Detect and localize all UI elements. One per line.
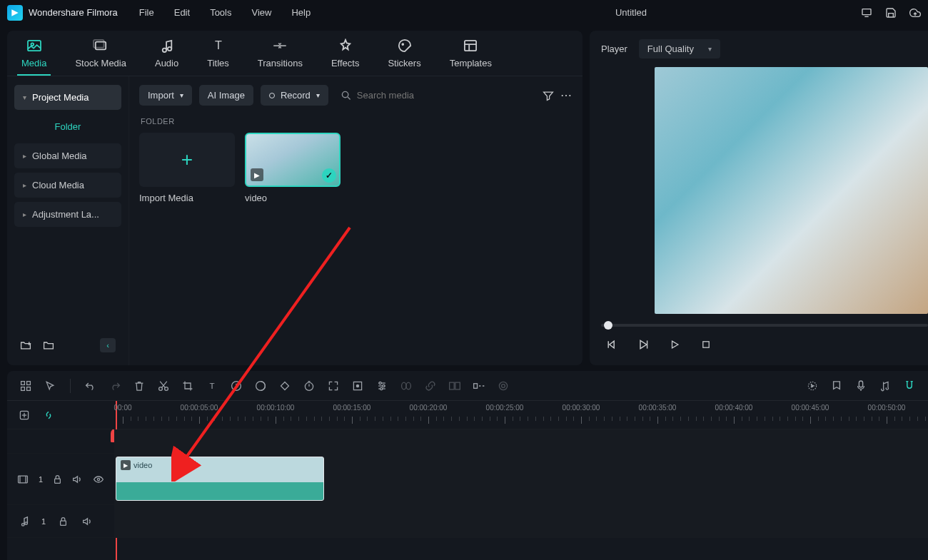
plus-icon: + [181, 148, 193, 171]
magnet-icon[interactable] [41, 408, 56, 422]
lock-icon[interactable] [53, 472, 62, 487]
menu-file[interactable]: File [139, 7, 154, 18]
color-icon[interactable] [253, 379, 268, 393]
stop-button[interactable] [700, 338, 712, 351]
tab-label: Stock Media [75, 58, 126, 68]
group-icon[interactable] [448, 379, 462, 393]
mixer-icon[interactable] [878, 379, 892, 393]
play-pause-button[interactable] [637, 338, 650, 351]
tab-stock-media[interactable]: Stock Media [75, 38, 126, 76]
record-button[interactable]: Record ▾ [261, 85, 328, 106]
sidebar-item-global-media[interactable]: ▸ Global Media [14, 143, 121, 168]
filter-icon[interactable] [543, 90, 554, 101]
timer-icon[interactable] [302, 379, 316, 393]
render-icon[interactable] [805, 379, 819, 393]
audio-sync-icon[interactable] [496, 379, 510, 393]
grid-icon[interactable] [19, 379, 33, 393]
timeline-ruler[interactable]: 00:0000:00:05:0000:00:10:0000:00:15:0000… [114, 401, 928, 429]
sidebar-item-cloud-media[interactable]: ▸ Cloud Media [14, 173, 121, 198]
audio-track-content[interactable] [114, 505, 928, 537]
add-track-icon[interactable] [17, 408, 31, 422]
marker-add-icon[interactable] [829, 379, 844, 393]
sidebar-item-adjustment-layer[interactable]: ▸ Adjustment La... [14, 202, 121, 227]
ruler-tick-label: 00:00:45:00 [792, 404, 829, 412]
menu-edit[interactable]: Edit [174, 7, 190, 18]
cloud-icon[interactable] [909, 7, 921, 19]
effects-icon [338, 38, 353, 54]
mute-icon[interactable] [80, 514, 94, 529]
video-clip[interactable]: ▶ video [116, 457, 324, 501]
redo-icon[interactable] [108, 379, 122, 393]
text-icon[interactable]: T [205, 379, 219, 393]
ruler-tick-label: 00:00:40:00 [715, 404, 753, 412]
tab-transitions[interactable]: Transitions [258, 38, 303, 76]
menu-tools[interactable]: Tools [210, 7, 231, 18]
link-icon[interactable] [423, 379, 438, 393]
tab-effects[interactable]: Effects [331, 38, 360, 76]
cut-icon[interactable] [156, 379, 171, 393]
sidebar-item-project-media[interactable]: ▾ Project Media [14, 85, 121, 110]
search-input[interactable] [357, 90, 530, 101]
collapse-sidebar-button[interactable]: ‹ [100, 338, 116, 352]
titles-icon: T [211, 38, 226, 54]
adjust-icon[interactable] [375, 379, 389, 393]
sidebar-folder[interactable]: Folder [14, 114, 121, 139]
svg-rect-45 [450, 382, 455, 390]
speed-icon[interactable] [229, 379, 243, 393]
pointer-icon[interactable] [43, 379, 57, 393]
crop-icon[interactable] [181, 379, 195, 393]
more-icon[interactable]: ⋯ [561, 90, 573, 101]
delete-icon[interactable] [132, 379, 146, 393]
expand-icon[interactable] [326, 379, 341, 393]
play-button[interactable] [668, 338, 681, 351]
lock-icon[interactable] [56, 514, 70, 529]
import-button[interactable]: Import ▾ [139, 85, 192, 106]
import-thumb[interactable]: + [139, 133, 235, 187]
visibility-icon[interactable] [93, 472, 104, 487]
tab-label: Audio [155, 58, 178, 68]
tab-label: Effects [331, 58, 360, 68]
audio-icon [159, 38, 175, 54]
media-content: Import ▾ AI Image Record ▾ [128, 76, 582, 365]
section-label: FOLDER [141, 117, 573, 126]
video-track-content[interactable]: ▶ video [114, 454, 928, 504]
tab-titles[interactable]: T Titles [207, 38, 229, 76]
svg-point-40 [379, 382, 381, 384]
svg-point-44 [406, 382, 410, 390]
snap-icon[interactable] [902, 379, 917, 393]
tab-label: Transitions [258, 58, 303, 68]
folder-icon[interactable] [43, 340, 54, 351]
tab-audio[interactable]: Audio [155, 38, 178, 76]
ai-image-button[interactable]: AI Image [199, 85, 253, 106]
undo-icon[interactable] [84, 379, 98, 393]
svg-rect-52 [859, 381, 862, 387]
tracking-icon[interactable] [350, 379, 365, 393]
video-preview[interactable] [655, 67, 928, 314]
mute-icon[interactable] [72, 472, 83, 487]
markers-icon[interactable] [472, 379, 486, 393]
quality-select[interactable]: Full Quality ▾ [639, 39, 720, 58]
svg-text:T: T [215, 39, 222, 51]
save-icon[interactable] [885, 7, 897, 19]
svg-point-41 [383, 385, 385, 387]
chevron-right-icon: ▸ [23, 210, 26, 218]
player-progress[interactable] [601, 324, 928, 327]
tab-stickers[interactable]: Stickers [388, 38, 420, 76]
new-folder-icon[interactable] [20, 340, 31, 351]
mask-icon[interactable] [399, 379, 413, 393]
svg-point-48 [499, 382, 507, 390]
ruler-tick-label: 00:00:20:00 [410, 404, 448, 412]
tab-media[interactable]: Media [21, 38, 46, 76]
svg-rect-25 [27, 381, 31, 385]
import-media-tile[interactable]: + Import Media [139, 133, 235, 203]
voiceover-icon[interactable] [854, 379, 868, 393]
prev-frame-button[interactable] [605, 338, 618, 351]
media-item-video[interactable]: ▶ ✓ video [245, 133, 341, 203]
tab-templates[interactable]: Templates [450, 38, 492, 76]
menu-view[interactable]: View [251, 7, 271, 18]
progress-knob[interactable] [604, 321, 612, 330]
keyframe-icon[interactable] [278, 379, 292, 393]
menu-help[interactable]: Help [291, 7, 311, 18]
display-icon[interactable] [861, 7, 872, 19]
video-thumb[interactable]: ▶ ✓ [245, 133, 341, 187]
